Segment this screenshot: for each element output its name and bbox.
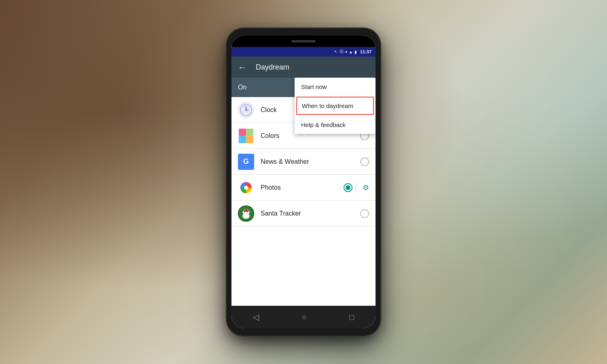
- clock-icon: [238, 102, 254, 118]
- on-label: On: [238, 84, 246, 91]
- list-item-photos[interactable]: Photos ⚙: [231, 175, 376, 201]
- back-button[interactable]: ←: [238, 63, 246, 72]
- svg-rect-4: [239, 129, 246, 136]
- app-bar: ← Daydream: [231, 57, 376, 78]
- dropdown-help-feedback[interactable]: Help & feedback: [295, 116, 376, 134]
- photos-radio[interactable]: [344, 183, 352, 192]
- status-icons: ⯲ ⓞ ▾ ▲ ▮ 11:37: [334, 49, 371, 55]
- svg-rect-7: [246, 136, 253, 143]
- photos-label: Photos: [261, 184, 344, 191]
- svg-point-14: [244, 211, 246, 212]
- dropdown-menu: Start now When to daydream Help & feedba…: [295, 78, 376, 134]
- svg-point-3: [245, 109, 247, 111]
- bottom-nav: ◁ ○ □: [231, 306, 376, 328]
- dropdown-when-to-daydream[interactable]: When to daydream: [296, 97, 374, 115]
- photos-settings[interactable]: ⚙: [363, 183, 369, 192]
- list-item-news[interactable]: G News & Weather: [231, 149, 376, 175]
- svg-rect-12: [242, 212, 250, 213]
- nav-recent[interactable]: □: [349, 313, 354, 322]
- dropdown-start-now[interactable]: Start now: [295, 78, 376, 96]
- colors-icon: [238, 128, 254, 144]
- nav-back[interactable]: ◁: [253, 312, 259, 322]
- app-title: Daydream: [256, 63, 369, 72]
- svg-rect-6: [239, 136, 246, 143]
- photos-divider: [356, 183, 356, 193]
- svg-rect-5: [246, 129, 253, 136]
- status-bar: ⯲ ⓞ ▾ ▲ ▮ 11:37: [231, 47, 376, 57]
- display-icon: ⓞ: [340, 49, 344, 55]
- news-icon: G: [238, 154, 254, 170]
- wifi-icon: ▾: [345, 50, 347, 54]
- santa-label: Santa Tracker: [261, 210, 360, 217]
- svg-point-13: [242, 213, 250, 219]
- santa-icon: [238, 205, 254, 222]
- phone-top-bar: [231, 36, 376, 47]
- nav-home[interactable]: ○: [301, 313, 306, 322]
- status-time: 11:37: [360, 49, 371, 54]
- news-radio[interactable]: [360, 157, 369, 166]
- news-label: News & Weather: [261, 158, 360, 165]
- battery-icon: ▮: [354, 50, 357, 54]
- phone-device: ⯲ ⓞ ▾ ▲ ▮ 11:37 ← Daydream On: [227, 28, 380, 336]
- bluetooth-icon: ⯲: [334, 50, 338, 54]
- speaker: [291, 40, 316, 42]
- phone-screen: ⯲ ⓞ ▾ ▲ ▮ 11:37 ← Daydream On: [231, 36, 376, 328]
- photos-icon: [238, 180, 254, 196]
- signal-icon: ▲: [349, 50, 353, 54]
- list-item-santa[interactable]: Santa Tracker: [231, 201, 376, 226]
- svg-point-8: [244, 186, 248, 190]
- santa-radio[interactable]: [360, 209, 369, 218]
- svg-point-15: [247, 211, 248, 212]
